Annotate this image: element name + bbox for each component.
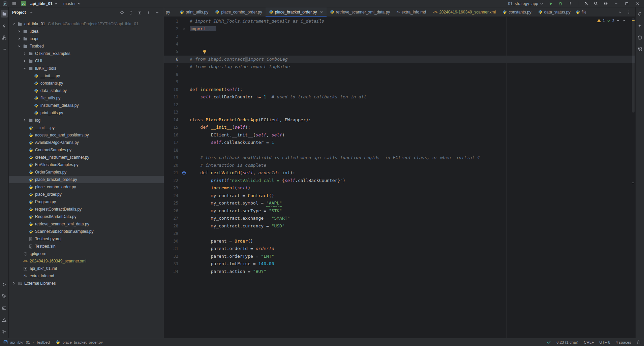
tree-item[interactable]: data_status.py — [9, 87, 164, 94]
code-line[interactable]: 10def increment(self): — [164, 86, 635, 94]
tree-item[interactable]: ScannerSubscriptionSamples.py — [9, 228, 164, 235]
tree-item[interactable]: AvailableAlgoParams.py — [9, 139, 164, 146]
editor-tab[interactable]: file — [574, 7, 586, 17]
line-number[interactable]: 27 — [164, 215, 178, 222]
tree-item[interactable]: constants.py — [9, 80, 164, 87]
code-line[interactable]: 7# from ibapi.tag_value import TagValue — [164, 63, 635, 71]
project-button[interactable] — [1, 10, 8, 18]
breadcrumb-project[interactable]: api_ibkr_01 — [10, 340, 30, 344]
line-number[interactable]: 18 — [164, 147, 178, 154]
tree-item[interactable]: file_utils.py — [9, 94, 164, 102]
collapse-all-icon[interactable] — [136, 9, 143, 16]
write-access-icon[interactable] — [637, 340, 641, 344]
tree-item[interactable]: External Libraries — [9, 280, 164, 287]
project-widget[interactable]: api_ibkr_01 — [28, 0, 60, 7]
code-line[interactable]: 15 def __init__(self): — [164, 124, 635, 131]
search-everywhere-button[interactable] — [591, 0, 601, 7]
tree-item[interactable]: CTkinter_Examples — [9, 50, 164, 57]
main-menu-button[interactable] — [9, 0, 19, 7]
code-line[interactable]: 31 parent.orderId = orderId — [164, 245, 635, 253]
prev-problem-icon[interactable] — [616, 19, 620, 23]
chevron-right-icon[interactable] — [16, 29, 22, 33]
editor-scrollbar[interactable] — [631, 17, 635, 338]
notifications-button[interactable] — [636, 10, 644, 18]
editor-tab[interactable]: M↓extra_info.md — [393, 7, 429, 17]
tree-item[interactable]: create_instrument_scanner.py — [9, 154, 164, 161]
tree-item[interactable]: Testbed — [9, 42, 164, 50]
line-number[interactable]: 24 — [164, 192, 178, 200]
debug-button[interactable] — [556, 0, 565, 7]
line-number[interactable]: 8 — [164, 71, 178, 78]
next-problem-icon[interactable] — [622, 19, 626, 23]
editor-tab[interactable]: </>20240419-160349_scanner.xml — [429, 7, 499, 17]
line-number[interactable]: 29 — [164, 230, 178, 238]
code-line[interactable]: 26 my_contract.secType = "STK" — [164, 207, 635, 215]
fold-icon[interactable] — [178, 25, 190, 33]
tree-item[interactable]: IBKR_Tools — [9, 65, 164, 72]
line-number[interactable]: 5 — [164, 48, 178, 56]
database-button[interactable] — [636, 34, 644, 41]
editor-tab[interactable]: data_status.py — [535, 7, 574, 17]
tree-item[interactable]: print_utils.py — [9, 109, 164, 117]
tree-item[interactable]: </>20240419-160349_scanner.xml — [9, 257, 164, 265]
chevron-right-icon[interactable] — [22, 118, 28, 122]
tree-item[interactable]: Testbed.sln — [9, 243, 164, 250]
line-number[interactable]: 21 — [164, 169, 178, 177]
intention-bulb-icon[interactable] — [203, 50, 207, 54]
code-line[interactable]: 3 — [164, 33, 635, 40]
indent-style[interactable]: 4 spaces — [616, 340, 631, 344]
line-number[interactable]: 3 — [164, 33, 178, 40]
code-line[interactable]: 1# import IBKR_Tools.instrument_details … — [164, 18, 635, 25]
code-line[interactable]: 21 def nextValidId(self, orderId: int): — [164, 169, 635, 177]
expand-all-icon[interactable] — [127, 9, 134, 16]
caret-position[interactable]: 6:23 (1 char) — [556, 340, 578, 344]
editor-tab[interactable]: print_utils.py — [176, 7, 212, 17]
project-panel-title[interactable]: Project — [12, 10, 26, 15]
project-view-dropdown-icon[interactable] — [28, 9, 35, 16]
code-line[interactable]: 23 increment(self) — [164, 184, 635, 192]
editor-tab[interactable]: py — [164, 7, 176, 17]
editor[interactable]: 1# import IBKR_Tools.instrument_details … — [164, 17, 635, 338]
tool-windows-icon[interactable] — [3, 340, 8, 344]
tree-item[interactable]: Testbed.pyproj — [9, 235, 164, 243]
line-number[interactable]: 1 — [164, 18, 178, 25]
chevron-down-icon[interactable] — [11, 22, 17, 26]
tree-item[interactable]: log — [9, 117, 164, 124]
line-number[interactable]: 10 — [164, 86, 178, 94]
chevron-right-icon[interactable] — [16, 37, 22, 41]
code-line[interactable]: 2import ... — [164, 25, 635, 33]
code-line[interactable]: 11 self.callBackCounter += 1 # used to t… — [164, 93, 635, 101]
vcs-branch-widget[interactable]: master — [61, 0, 84, 7]
code-line[interactable]: 20 # interaction is complete — [164, 162, 635, 169]
line-number[interactable]: 14 — [164, 116, 178, 124]
line-number[interactable]: 16 — [164, 131, 178, 139]
commit-button[interactable] — [1, 22, 8, 29]
line-number[interactable]: 17 — [164, 139, 178, 147]
tab-options-icon[interactable] — [625, 8, 633, 16]
tree-item[interactable]: M↓extra_info.md — [9, 272, 164, 280]
tree-item[interactable]: api_ibkr_01.iml — [9, 265, 164, 272]
more-h-button[interactable] — [1, 45, 8, 53]
line-separator[interactable]: CRLF — [584, 340, 594, 344]
code-line[interactable]: 34 parent.action = "BUY" — [164, 268, 635, 276]
terminal-button[interactable] — [1, 304, 8, 312]
tree-item[interactable]: FaAllocationSamples.py — [9, 161, 164, 168]
line-number[interactable]: 7 — [164, 63, 178, 71]
editor-tab[interactable]: place_bracket_order.py — [266, 7, 327, 17]
line-number[interactable]: 13 — [164, 108, 178, 116]
tree-item[interactable]: __init__.py — [9, 72, 164, 80]
tree-item[interactable]: Program.py — [9, 198, 164, 206]
line-number[interactable]: 20 — [164, 162, 178, 169]
line-number[interactable]: 19 — [164, 154, 178, 162]
plugins-button[interactable] — [636, 45, 644, 53]
line-number[interactable]: 12 — [164, 101, 178, 109]
code-line[interactable]: 25 my_contract.symbol = "AAPL" — [164, 199, 635, 207]
chevron-down-icon[interactable] — [16, 44, 22, 48]
code-line[interactable]: 24 my_contract = Contract() — [164, 192, 635, 200]
code-line[interactable]: 17 self.callBackCounter = 1 — [164, 139, 635, 147]
tab-close-icon[interactable] — [320, 10, 323, 14]
line-number[interactable]: 2 — [164, 25, 178, 33]
code-line[interactable]: 8 — [164, 71, 635, 78]
select-opened-file-icon[interactable] — [119, 9, 125, 16]
tree-item[interactable]: ContractSamples.py — [9, 146, 164, 154]
